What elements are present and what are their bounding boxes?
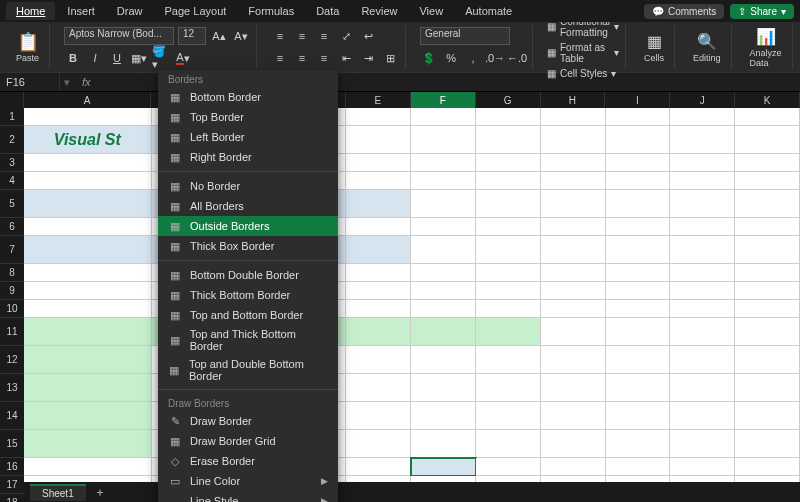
tab-home[interactable]: Home <box>6 2 55 20</box>
cell-J15[interactable] <box>670 430 735 458</box>
tab-formulas[interactable]: Formulas <box>238 2 304 20</box>
cell-H2[interactable] <box>541 126 606 154</box>
cell-H14[interactable] <box>541 402 606 430</box>
cells-button[interactable]: ▦Cells <box>640 32 668 63</box>
cell-H9[interactable] <box>541 282 606 300</box>
cell-K11[interactable] <box>735 318 800 346</box>
cell-E11[interactable] <box>346 318 411 346</box>
tab-page-layout[interactable]: Page Layout <box>155 2 237 20</box>
cell-I13[interactable] <box>606 374 671 402</box>
menu-item-erase-border[interactable]: ◇Erase Border <box>158 451 338 471</box>
cell-F6[interactable] <box>411 218 476 236</box>
fill-color-button[interactable]: 🪣▾ <box>152 49 170 67</box>
cell-J3[interactable] <box>670 154 735 172</box>
cell-I5[interactable] <box>606 190 671 218</box>
cell-K8[interactable] <box>735 264 800 282</box>
cell-J14[interactable] <box>670 402 735 430</box>
cell-K12[interactable] <box>735 346 800 374</box>
cell-E16[interactable] <box>346 458 411 476</box>
cell-A14[interactable] <box>24 402 152 430</box>
col-header-A[interactable]: A <box>24 92 152 108</box>
cell-K10[interactable] <box>735 300 800 318</box>
cell-F12[interactable] <box>411 346 476 374</box>
col-header-J[interactable]: J <box>670 92 735 108</box>
cell-E4[interactable] <box>346 172 411 190</box>
cell-J7[interactable] <box>670 236 735 264</box>
cell-F5[interactable] <box>411 190 476 218</box>
percent-icon[interactable]: % <box>442 49 460 67</box>
cell-G10[interactable] <box>476 300 541 318</box>
cell-H4[interactable] <box>541 172 606 190</box>
cell-A1[interactable] <box>24 108 152 126</box>
cell-G6[interactable] <box>476 218 541 236</box>
cell-G1[interactable] <box>476 108 541 126</box>
cell-E12[interactable] <box>346 346 411 374</box>
cell-H8[interactable] <box>541 264 606 282</box>
menu-item-bottom-border[interactable]: ▦Bottom Border <box>158 87 338 107</box>
cell-A10[interactable] <box>24 300 152 318</box>
row-header-12[interactable]: 12 <box>0 346 24 374</box>
cell-H11[interactable] <box>541 318 606 346</box>
cell-J5[interactable] <box>670 190 735 218</box>
cell-F1[interactable] <box>411 108 476 126</box>
align-right-icon[interactable]: ≡ <box>315 49 333 67</box>
cell-G14[interactable] <box>476 402 541 430</box>
menu-line-color[interactable]: ▭Line Color▶ <box>158 471 338 491</box>
cell-G12[interactable] <box>476 346 541 374</box>
cell-A6[interactable] <box>24 218 152 236</box>
cell-J4[interactable] <box>670 172 735 190</box>
add-sheet-button[interactable]: ＋ <box>86 484 114 501</box>
col-header-K[interactable]: K <box>735 92 800 108</box>
font-color-button[interactable]: A▾ <box>174 49 192 67</box>
cell-E1[interactable] <box>346 108 411 126</box>
row-header-9[interactable]: 9 <box>0 282 24 300</box>
cell-I16[interactable] <box>606 458 671 476</box>
cell-A5[interactable] <box>24 190 152 218</box>
row-header-10[interactable]: 10 <box>0 300 24 318</box>
cell-F8[interactable] <box>411 264 476 282</box>
menu-item-thick-box-border[interactable]: ▦Thick Box Border <box>158 236 338 256</box>
row-header-14[interactable]: 14 <box>0 402 24 430</box>
col-header-E[interactable]: E <box>346 92 411 108</box>
cell-J8[interactable] <box>670 264 735 282</box>
cell-F16[interactable] <box>411 458 476 476</box>
menu-item-bottom-double-border[interactable]: ▦Bottom Double Border <box>158 265 338 285</box>
cell-K13[interactable] <box>735 374 800 402</box>
cell-E9[interactable] <box>346 282 411 300</box>
cell-A11[interactable] <box>24 318 152 346</box>
cell-J10[interactable] <box>670 300 735 318</box>
currency-icon[interactable]: 💲 <box>420 49 438 67</box>
tab-draw[interactable]: Draw <box>107 2 153 20</box>
cell-I4[interactable] <box>606 172 671 190</box>
cell-G16[interactable] <box>476 458 541 476</box>
col-header-I[interactable]: I <box>605 92 670 108</box>
cell-H5[interactable] <box>541 190 606 218</box>
menu-item-top-and-thick-bottom-border[interactable]: ▦Top and Thick Bottom Border <box>158 325 338 355</box>
cell-G11[interactable] <box>476 318 541 346</box>
cell-A12[interactable] <box>24 346 152 374</box>
bold-button[interactable]: B <box>64 49 82 67</box>
cell-H7[interactable] <box>541 236 606 264</box>
tab-data[interactable]: Data <box>306 2 349 20</box>
menu-item-draw-border-grid[interactable]: ▦Draw Border Grid <box>158 431 338 451</box>
cell-K9[interactable] <box>735 282 800 300</box>
cell-A2[interactable]: Visual St <box>24 126 152 154</box>
cell-F10[interactable] <box>411 300 476 318</box>
italic-button[interactable]: I <box>86 49 104 67</box>
row-header-3[interactable]: 3 <box>0 154 24 172</box>
tab-view[interactable]: View <box>409 2 453 20</box>
cell-I15[interactable] <box>606 430 671 458</box>
row-header-13[interactable]: 13 <box>0 374 24 402</box>
cell-F4[interactable] <box>411 172 476 190</box>
borders-button[interactable]: ▦▾ <box>130 49 148 67</box>
cell-F7[interactable] <box>411 236 476 264</box>
cell-A8[interactable] <box>24 264 152 282</box>
cell-J13[interactable] <box>670 374 735 402</box>
col-header-G[interactable]: G <box>476 92 541 108</box>
cell-F14[interactable] <box>411 402 476 430</box>
wrap-text-icon[interactable]: ↩ <box>359 27 377 45</box>
cell-K5[interactable] <box>735 190 800 218</box>
font-size-select[interactable]: 12 <box>178 27 206 45</box>
cell-F11[interactable] <box>411 318 476 346</box>
cell-A7[interactable] <box>24 236 152 264</box>
